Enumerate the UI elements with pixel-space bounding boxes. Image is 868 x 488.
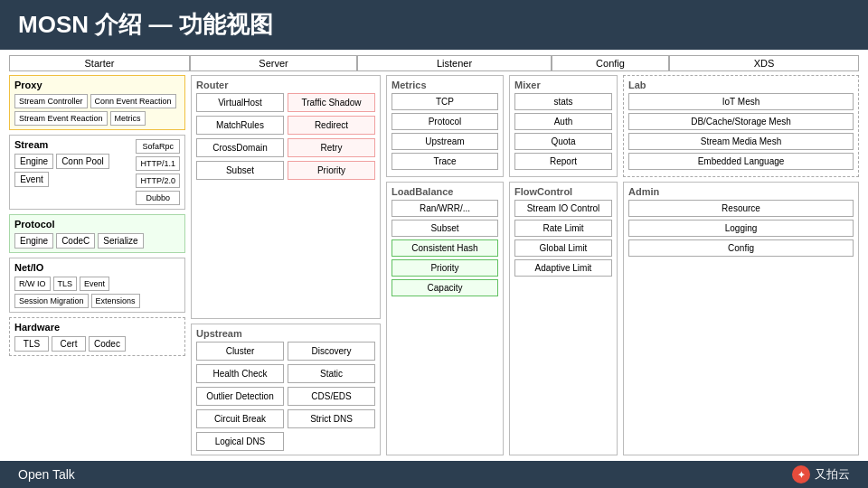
stream-engine: Engine [14, 154, 53, 169]
stream-connpool: Conn Pool [56, 154, 109, 169]
metrics-title: Metrics [392, 80, 498, 90]
page-header: MOSN 介绍 — 功能视图 [0, 0, 868, 50]
proxy-items: Stream Controller Conn Event Reaction St… [14, 94, 180, 126]
protocol-codec: CodeC [56, 233, 95, 249]
top-label-listener: Listener [357, 55, 552, 71]
http11-item: HTTP/1.1 [136, 156, 180, 171]
upstream-healthcheck: Health Check [196, 364, 284, 383]
stream-inner: Stream Engine Conn Pool Event [14, 139, 130, 205]
fc-global-limit: Global Limit [514, 239, 612, 257]
sofarpc-item: SofaRpc [136, 139, 180, 154]
protocol-items: Engine CodeC Serialize [14, 233, 180, 249]
router-matchrules: MatchRules [196, 116, 284, 135]
upstream-static: Static [288, 364, 375, 383]
netio-ext: Extensions [91, 294, 140, 308]
lb-consistent-hash: Consistent Hash [392, 239, 498, 257]
upstream-discovery: Discovery [288, 342, 375, 361]
protocol-title: Protocol [14, 219, 180, 230]
stream-section: Stream Engine Conn Pool Event SofaRpc HT… [9, 135, 185, 210]
hardware-title: Hardware [14, 322, 180, 333]
lab-stream-media: Stream Media Mesh [628, 133, 854, 150]
lab-db-cache-mesh: DB/Cache/Storage Mesh [628, 113, 854, 130]
mixer-auth: Auth [514, 113, 612, 130]
lab-title: Lab [628, 80, 854, 90]
loadbalance-section: LoadBalance Ran/WRR/... Subset Consisten… [386, 182, 504, 455]
lb-title: LoadBalance [392, 186, 498, 197]
footer-left: Open Talk [18, 467, 75, 482]
upstream-cluster: Cluster [196, 342, 284, 361]
page-title: MOSN 介绍 — 功能视图 [18, 11, 273, 38]
netio-event: Event [80, 277, 109, 291]
upstream-cdseds: CDS/EDS [288, 387, 375, 406]
sofarpc-col: SofaRpc HTTP/1.1 HTTP/2.0 Dubbo [136, 139, 180, 205]
netio-items: R/W IO TLS Event Session Migration Exten… [14, 277, 180, 308]
fc-rate-limit: Rate Limit [514, 220, 612, 237]
lab-iot-mesh: IoT Mesh [628, 93, 854, 110]
lb-ranwrr: Ran/WRR/... [392, 200, 498, 217]
router-traffic-shadow: Traffic Shadow [288, 93, 375, 112]
hardware-tls: TLS [14, 336, 49, 352]
lb-capacity: Capacity [392, 279, 498, 296]
hardware-codec: Codec [89, 336, 126, 352]
netio-tls: TLS [53, 277, 78, 291]
netio-rwio: R/W IO [14, 277, 51, 291]
upstream-logicaldns: Logical DNS [196, 432, 284, 451]
hardware-cert: Cert [52, 336, 86, 352]
netio-title: Net/IO [14, 262, 180, 273]
router-subset: Subset [196, 161, 284, 180]
footer-right: 又拍云 [815, 466, 850, 483]
router-section: Router VirtualHost Traffic Shadow MatchR… [191, 75, 381, 319]
hardware-section: Hardware TLS Cert Codec [9, 317, 185, 356]
listener-column: Router VirtualHost Traffic Shadow MatchR… [191, 75, 381, 455]
proxy-item-metrics: Metrics [110, 111, 146, 126]
top-label-starter: Starter [9, 55, 190, 71]
top-label-server: Server [190, 55, 357, 71]
fc-title: FlowControl [514, 186, 612, 197]
admin-logging: Logging [628, 220, 854, 237]
router-grid: VirtualHost Traffic Shadow MatchRules Re… [196, 93, 375, 180]
router-crossdomain: CrossDomain [196, 138, 284, 157]
protocol-engine: Engine [14, 233, 53, 249]
right-column: Lab IoT Mesh DB/Cache/Storage Mesh Strea… [623, 75, 859, 455]
left-column: Proxy Stream Controller Conn Event React… [9, 75, 185, 455]
router-redirect: Redirect [288, 116, 375, 135]
router-virtualhost: VirtualHost [196, 93, 284, 112]
protocol-section: Protocol Engine CodeC Serialize [9, 214, 185, 253]
metrics-section: Metrics TCP Protocol Upstream Trace [386, 75, 504, 177]
metrics-upstream: Upstream [392, 133, 498, 150]
netio-section: Net/IO R/W IO TLS Event Session Migratio… [9, 258, 185, 313]
proxy-section: Proxy Stream Controller Conn Event React… [9, 75, 185, 130]
proxy-title: Proxy [14, 80, 180, 90]
mixer-quota: Quota [514, 133, 612, 150]
top-label-xds: XDS [669, 55, 859, 71]
proxy-item-stream-controller: Stream Controller [14, 94, 88, 108]
netio-session: Session Migration [14, 294, 89, 308]
mixer-report: Report [514, 153, 612, 170]
upstream-outlier: Outlier Detection [196, 387, 284, 406]
upstream-grid: Cluster Discovery Health Check Static Ou… [196, 342, 375, 451]
upstream-circuit: Circuit Break [196, 409, 284, 428]
proxy-item-conn-event: Conn Event Reaction [90, 94, 176, 108]
mixer-flowcontrol-column: Mixer stats Auth Quota Report FlowContro… [509, 75, 618, 455]
upstream-title: Upstream [196, 328, 375, 339]
stream-event: Event [14, 172, 49, 187]
main-content: Starter Server Listener Config XDS Proxy… [0, 50, 868, 461]
footer-logo: ✦ 又拍云 [792, 465, 850, 483]
hardware-items: TLS Cert Codec [14, 336, 180, 352]
admin-config: Config [628, 239, 854, 257]
body-area: Proxy Stream Controller Conn Event React… [9, 75, 859, 455]
admin-section: Admin Resource Logging Config [623, 182, 859, 455]
router-priority: Priority [288, 161, 375, 180]
flowcontrol-section: FlowControl Stream IO Control Rate Limit… [509, 182, 618, 455]
admin-title: Admin [628, 186, 854, 197]
stream-title: Stream [14, 139, 130, 150]
mixer-section: Mixer stats Auth Quota Report [509, 75, 618, 177]
metrics-trace: Trace [392, 153, 498, 170]
logo-icon: ✦ [792, 465, 810, 483]
metrics-protocol: Protocol [392, 113, 498, 130]
mixer-title: Mixer [514, 80, 612, 90]
stream-items: Engine Conn Pool Event [14, 154, 130, 187]
admin-resource: Resource [628, 200, 854, 217]
footer: Open Talk ✦ 又拍云 [0, 461, 868, 488]
lab-embedded-lang: Embedded Language [628, 153, 854, 170]
